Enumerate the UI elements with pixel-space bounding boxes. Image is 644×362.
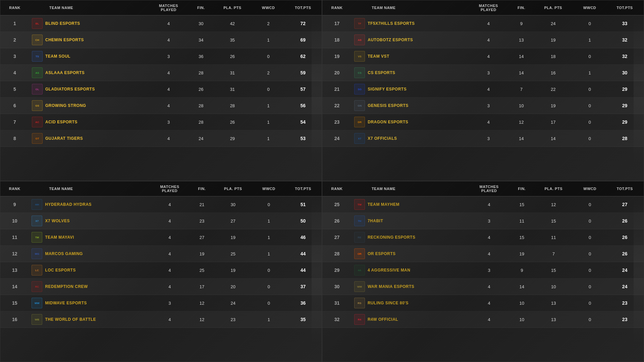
col-matches: MATCHESPLAYED [467, 0, 510, 15]
col-pla: PLA. PTS [213, 181, 253, 196]
tot-cell: 32 [606, 48, 644, 65]
table-row: 13 LC LOC ESPORTS 4 25 19 0 44 [0, 262, 322, 279]
team-cell: MG MARCOS GAMING [29, 246, 149, 262]
team-logo-icon: GS [32, 100, 43, 111]
pla-cell: 19 [533, 98, 574, 114]
tot-cell: 26 [606, 213, 644, 229]
matches-cell: 4 [149, 311, 191, 328]
team-logo-icon: MW [32, 298, 42, 308]
matches-cell: 3 [149, 295, 191, 311]
pla-cell: 14 [533, 130, 574, 147]
wwcd-cell: 0 [574, 262, 606, 279]
fin-cell: 21 [191, 196, 213, 213]
team-cell: LC LOC ESPORTS [29, 262, 149, 279]
team-logo-icon: 7H [354, 216, 365, 226]
rank-cell: 18 [322, 32, 352, 48]
rank-cell: 22 [322, 98, 352, 114]
fin-cell: 14 [510, 65, 533, 81]
col-team: TEAM NAME [29, 0, 147, 15]
tot-cell: 51 [284, 196, 322, 213]
rank-cell: 17 [322, 15, 352, 32]
team-cell: TF TF5X7HILLS ESPORTS [352, 15, 467, 32]
table-row: 22 GN GENESIS ESPORTS 3 10 19 0 29 [322, 98, 644, 114]
team-logo-icon: SG [354, 84, 365, 95]
col-fin: FIN. [191, 181, 213, 196]
team-name-label: BLIND ESPORTS [45, 21, 80, 26]
rank-cell: 7 [0, 114, 29, 130]
tot-cell: 33 [606, 15, 644, 32]
rank-cell: 2 [0, 32, 29, 48]
tot-cell: 29 [606, 98, 644, 114]
rank-cell: 9 [0, 196, 29, 213]
team-name-label: THE WORLD OF BATTLE [45, 317, 96, 322]
pla-cell: 7 [533, 246, 574, 262]
fin-cell: 10 [511, 295, 533, 311]
team-name-label: GUJARAT TIGERS [45, 136, 83, 141]
fin-cell: 19 [191, 246, 213, 262]
team-name-label: LOC ESPORTS [45, 268, 76, 273]
fin-cell: 26 [190, 81, 212, 98]
tot-cell: 56 [284, 98, 322, 114]
table-row: 21 SG SIGNIFY ESPORTS 4 7 22 0 29 [322, 81, 644, 98]
matches-cell: 4 [467, 114, 510, 130]
matches-cell: 4 [468, 229, 511, 246]
team-name-label: ASLAAA ESPORTS [45, 70, 85, 75]
table-row: 29 4A 4 AGGRESSIVE MAN 3 9 15 0 24 [322, 262, 644, 279]
tot-cell: 30 [606, 65, 644, 81]
fin-cell: 28 [190, 65, 212, 81]
pla-cell: 25 [213, 246, 253, 262]
tot-cell: 27 [606, 196, 644, 213]
team-cell: SG SIGNIFY ESPORTS [352, 81, 467, 98]
table-row: 20 CS CS ESPORTS 3 14 16 1 30 [322, 65, 644, 81]
pla-cell: 28 [212, 98, 253, 114]
matches-cell: 4 [149, 229, 191, 246]
col-wwcd: WWCD [574, 181, 606, 196]
team-cell: BL BLIND ESPORTS [29, 15, 147, 32]
wwcd-cell: 0 [574, 15, 606, 32]
team-logo-icon: GN [354, 100, 365, 111]
team-logo-icon: LC [32, 265, 42, 276]
pla-cell: 10 [533, 279, 574, 295]
table-row: 31 RS RULING SINCE 80'S 4 10 13 0 23 [322, 295, 644, 311]
wwcd-cell: 2 [253, 65, 284, 81]
table-row: 15 MW MIDWAVE ESPORTS 3 12 24 0 36 [0, 295, 322, 311]
wwcd-cell: 0 [574, 246, 606, 262]
team-cell: TM TEAM MAYHEM [352, 196, 468, 213]
team-cell: RC REDEMPTION CREW [29, 279, 149, 295]
table-row: 16 WB THE WORLD OF BATTLE 4 12 23 1 35 [0, 311, 322, 328]
team-cell: AC ACID ESPORTS [29, 114, 147, 130]
tot-cell: 44 [284, 262, 322, 279]
team-name-label: AUTOBOTZ ESPORTS [368, 38, 413, 42]
col-team: TEAM NAME [29, 181, 149, 196]
team-name-label: X7 OFFICIALS [368, 136, 397, 141]
team-name-label: REDEMPTION CREW [45, 284, 88, 289]
matches-cell: 4 [147, 81, 190, 98]
rank-cell: 12 [0, 246, 29, 262]
wwcd-cell: 0 [253, 81, 284, 98]
wwcd-cell: 1 [253, 114, 284, 130]
rank-cell: 30 [322, 279, 352, 295]
table-row: 4 AS ASLAAA ESPORTS 4 28 31 2 59 [0, 65, 322, 81]
team-cell: 7H 7HABIT [352, 213, 468, 229]
team-cell: GS GROWING STRONG [29, 98, 147, 114]
table-row: 9 HH HYDERABAD HYDRAS 4 21 30 0 51 [0, 196, 322, 213]
team-name-label: CHEMIN ESPORTS [45, 38, 84, 42]
tot-cell: 37 [284, 279, 322, 295]
col-team: TEAM NAME [352, 0, 467, 15]
rank-cell: 4 [0, 65, 29, 81]
wwcd-cell: 0 [574, 114, 606, 130]
pla-cell: 18 [533, 48, 574, 65]
matches-cell: 3 [468, 262, 511, 279]
matches-cell: 4 [467, 15, 510, 32]
fin-cell: 9 [511, 262, 533, 279]
table-row: 32 R4 R4W OFFICIAL 4 10 13 0 23 [322, 311, 644, 328]
rank-cell: 16 [0, 311, 29, 328]
col-matches: MATCHESPLAYED [468, 181, 511, 196]
col-rank: RANK [0, 181, 29, 196]
fin-cell: 11 [511, 213, 533, 229]
col-wwcd: WWCD [253, 181, 284, 196]
col-wwcd: WWCD [574, 0, 606, 15]
team-cell: WM WAR MANIA ESPORTS [352, 279, 468, 295]
matches-cell: 4 [468, 295, 511, 311]
fin-cell: 12 [510, 114, 533, 130]
